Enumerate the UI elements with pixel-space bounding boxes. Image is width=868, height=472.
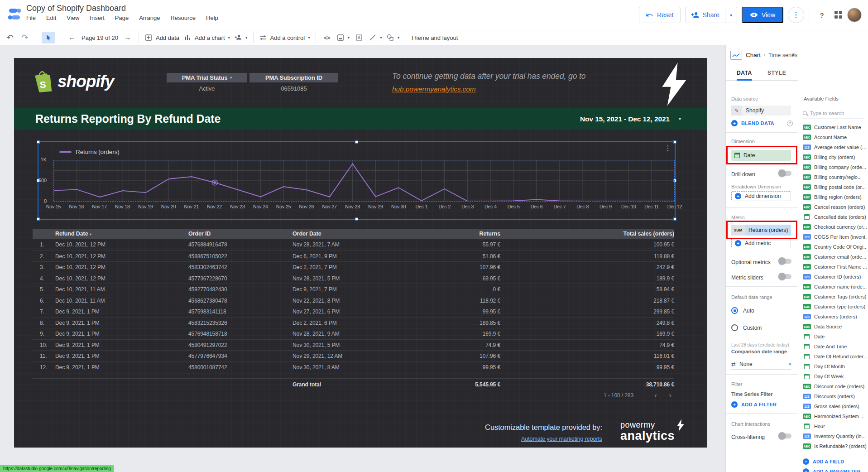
comparison-date-select[interactable]: ⇄ None ▾ <box>731 359 791 370</box>
resize-handle[interactable] <box>673 140 676 144</box>
redo-button[interactable]: ↷ <box>19 32 30 43</box>
field-checkout-currency-or[interactable]: ABCCheckout currency (or... <box>798 222 868 232</box>
table-row[interactable]: 12.Dec 9, 2021, 1 PM4580001087742Nov 30,… <box>33 361 674 373</box>
footer-link[interactable]: Automate your marketing reports <box>521 436 602 442</box>
field-customer-id-orders[interactable]: 123Customer ID (orders) <box>798 272 868 282</box>
apps-grid-icon[interactable] <box>834 11 843 19</box>
edit-pencil-icon[interactable]: ✎ <box>731 106 742 116</box>
col-refund-date[interactable]: Refund Date ▾ <box>55 229 91 240</box>
help-button[interactable]: ? <box>814 7 830 23</box>
col-order-date[interactable]: Order Date <box>293 229 321 239</box>
add-dimension-button[interactable]: + Add dimension <box>731 191 791 201</box>
embed-code-button[interactable]: <> <box>321 32 332 43</box>
add-chart-button[interactable]: Add a chart ▾ <box>183 34 230 42</box>
date-range-auto-option[interactable]: Auto <box>731 307 754 314</box>
table-row[interactable]: 11.Dec 9, 2021, 1 PM4577976647934Nov 29,… <box>33 350 674 361</box>
data-source-chip[interactable]: ✎ Shopify <box>731 106 791 116</box>
resize-handle[interactable] <box>37 140 40 144</box>
field-discount-code-orders[interactable]: ABCDiscount code (orders) <box>798 381 868 391</box>
insert-image-button[interactable]: ▾ <box>336 34 350 42</box>
menu-insert[interactable]: Insert <box>90 14 105 21</box>
field-is-refundable-orders[interactable]: ABCIs Refundable? (orders) <box>798 441 868 451</box>
tab-style[interactable]: STYLE <box>767 65 786 81</box>
line-tool-button[interactable]: ▾ <box>369 34 382 42</box>
report-title[interactable]: Copy of Shopify Dashboard <box>26 4 126 13</box>
dimension-chip-date[interactable]: Date <box>731 150 791 161</box>
col-total-sales[interactable]: Total sales (orders) <box>584 229 674 239</box>
view-button[interactable]: View <box>742 7 783 23</box>
field-country-code-of-origi[interactable]: ABCCountry Code Of Origi... <box>798 242 868 252</box>
menu-page[interactable]: Page <box>115 14 129 21</box>
reset-button[interactable]: Reset <box>639 7 681 23</box>
blend-data-button[interactable]: + BLEND DATA ? <box>731 120 793 126</box>
data-studio-logo-icon[interactable] <box>6 6 23 22</box>
date-range-control[interactable]: Nov 15, 2021 - Dec 12, 2021 ▾ <box>580 108 681 130</box>
share-button[interactable]: Share <box>686 7 725 23</box>
field-data-source[interactable]: ABCData Source <box>798 322 868 332</box>
field-hour[interactable]: Hour <box>798 421 868 431</box>
metric-sliders-toggle[interactable] <box>779 274 791 279</box>
field-inventory-quantity-in[interactable]: 123Inventory Quantity (in... <box>798 431 868 441</box>
text-box-button[interactable]: A <box>354 32 364 43</box>
metric-chip-returns[interactable]: SUM Returns (orders) <box>731 225 791 236</box>
field-date[interactable]: Date <box>798 332 868 342</box>
menu-help[interactable]: Help <box>206 14 218 21</box>
field-cancel-reason-orders[interactable]: ABCCancel reason (orders) <box>798 202 868 212</box>
blend-help-icon[interactable]: ? <box>787 120 793 126</box>
field-cancelled-date-orders[interactable]: Cancelled date (orders) <box>798 212 868 222</box>
select-tool-button[interactable] <box>42 32 55 43</box>
field-gross-sales-orders[interactable]: 123Gross sales (orders) <box>798 401 868 411</box>
menu-resource[interactable]: Resource <box>170 14 196 21</box>
field-day-of-month[interactable]: Day Of Month <box>798 361 868 371</box>
field-customer-last-name[interactable]: ABCCustomer Last Name <box>798 122 868 132</box>
optional-metrics-toggle[interactable] <box>779 259 791 264</box>
field-billing-postal-code-or[interactable]: ABCBilling postal code (or... <box>798 182 868 192</box>
prev-page-button[interactable]: ← <box>67 32 77 43</box>
field-customer-name-orde[interactable]: ABCCustomer name (orde... <box>798 282 868 292</box>
menu-file[interactable]: File <box>26 14 36 21</box>
field-harmonized-system[interactable]: ABCHarmonized System ... <box>798 411 868 421</box>
undo-button[interactable]: ↶ <box>5 32 15 43</box>
resize-handle[interactable] <box>673 217 676 221</box>
table-row[interactable]: 10.Dec 9, 2021, 1 PM4580491297022Nov 30,… <box>33 339 674 351</box>
pagination-prev-icon[interactable]: ‹ <box>652 391 660 400</box>
page-indicator[interactable]: Page 19 of 20 <box>82 34 118 41</box>
field-date-of-refund-order[interactable]: Date Of Refund (order... <box>798 352 868 361</box>
table-row[interactable]: 6.Dec 10, 2021, 11 AM4568627380478Nov 22… <box>33 295 674 306</box>
field-discounts-orders[interactable]: 123Discounts (orders) <box>798 391 868 401</box>
breadcrumb-chart[interactable]: Chart <box>746 52 761 58</box>
menu-arrange[interactable]: Arrange <box>139 14 160 21</box>
resize-handle[interactable] <box>355 217 358 221</box>
pma-trial-status-header[interactable]: PMA Trial Status ▾ <box>167 73 247 82</box>
chart-menu-button[interactable]: ⋮ <box>664 144 671 152</box>
table-row[interactable]: 1.Dec 10, 2021, 12 PM4576884916478Nov 28… <box>33 239 674 250</box>
field-customer-type-orders[interactable]: ABCCustomer type (orders) <box>798 302 868 312</box>
col-returns[interactable]: Returns <box>410 229 500 239</box>
add-control-button[interactable]: Add a control ▾ <box>259 34 310 42</box>
field-billing-company-orde[interactable]: ABCBilling company (orde... <box>798 162 868 172</box>
field-billing-country-regio[interactable]: ABCBilling country/regio... <box>798 172 868 182</box>
col-order-id[interactable]: Order ID <box>188 229 211 239</box>
field-account-name[interactable]: ABCAccount Name <box>798 132 868 142</box>
table-row[interactable]: 5.Dec 10, 2021, 11 AM4592770482430Dec 9,… <box>33 284 674 295</box>
share-dropdown-caret[interactable]: ▾ <box>725 7 737 23</box>
add-data-button[interactable]: Add data <box>144 34 179 42</box>
field-billing-city-orders[interactable]: ABCBilling city (orders) <box>798 152 868 162</box>
table-row[interactable]: 8.Dec 9, 2021, 1 PM4583215235326Dec 2, 2… <box>33 317 674 328</box>
cross-filtering-toggle[interactable] <box>779 433 791 438</box>
tab-data[interactable]: DATA <box>737 65 752 81</box>
field-customers-orders[interactable]: 123Customers (orders) <box>798 312 868 322</box>
add-field-button[interactable]: + ADD A FIELD <box>798 457 868 467</box>
table-row[interactable]: 2.Dec 10, 2021, 12 PM4588675105022Dec 6,… <box>33 250 674 262</box>
drill-down-toggle[interactable] <box>779 171 791 176</box>
time-series-chart[interactable] <box>53 160 675 202</box>
user-avatar[interactable] <box>847 8 862 22</box>
add-metric-button[interactable]: + Add metric <box>731 238 791 248</box>
field-day-of-week[interactable]: Day Of Week <box>798 371 868 381</box>
table-row[interactable]: 7.Dec 9, 2021, 1 PM4575983141118Nov 27, … <box>33 306 674 317</box>
field-cogs-per-item-invent[interactable]: 123COGS Per Item (invent... <box>798 232 868 242</box>
table-row[interactable]: 4.Dec 10, 2021, 12 PM4577367228670Nov 28… <box>33 273 674 284</box>
field-search-input[interactable] <box>810 111 864 116</box>
field-customer-tags-orders[interactable]: ABCCustomer Tags (orders) <box>798 292 868 302</box>
trial-notice-link[interactable]: hub.powermyanalytics.com <box>392 85 476 93</box>
